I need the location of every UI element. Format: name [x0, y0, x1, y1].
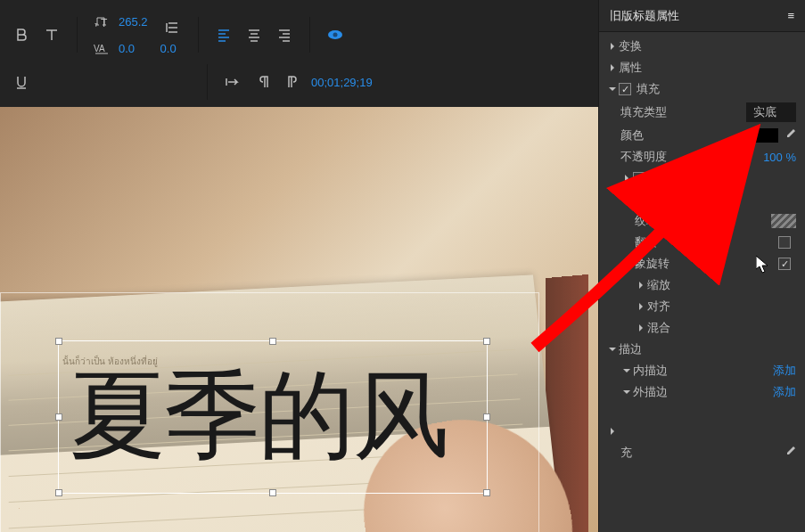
resize-handle[interactable] [483, 489, 490, 496]
align-left-icon[interactable] [211, 22, 236, 47]
chevron-down-icon[interactable] [606, 83, 619, 95]
texture-group[interactable]: 纹理 [599, 189, 805, 210]
flip-row: 翻转 [599, 232, 805, 253]
svg-text:T: T [101, 17, 108, 29]
chevron-down-icon[interactable] [606, 343, 619, 356]
chevron-right-icon[interactable] [606, 61, 619, 74]
color-swatch[interactable] [753, 128, 778, 143]
rotate-row: 象旋转 [599, 253, 805, 274]
svg-point-4 [333, 33, 337, 37]
chevron-down-icon[interactable] [620, 386, 633, 398]
eye-icon[interactable] [323, 22, 348, 47]
align-center-icon[interactable] [242, 22, 267, 47]
chevron-right-icon[interactable] [635, 279, 647, 291]
add-inner-stroke[interactable]: 添加 [773, 363, 796, 379]
chevron-down-icon[interactable] [620, 193, 633, 206]
kerning-icon: VA [90, 36, 115, 61]
panel-menu-icon[interactable]: ≡ [787, 9, 794, 22]
text-tool-icon[interactable] [39, 22, 64, 47]
panel-title: 旧版标题属性 [610, 8, 679, 24]
transform-group[interactable]: 变换 [599, 36, 805, 57]
resize-handle[interactable] [483, 338, 490, 345]
underline-icon[interactable] [9, 70, 34, 94]
fill-type-dropdown[interactable]: 实底 [746, 102, 796, 122]
timecode-value[interactable]: 00;01;29;19 [311, 76, 373, 89]
sheen-group[interactable]: 光泽 [599, 168, 805, 189]
fill-short-row: 充 [599, 442, 805, 463]
texture-swatch[interactable] [771, 214, 796, 228]
properties-group[interactable]: 属性 [599, 57, 805, 78]
reverse-para-icon[interactable] [281, 70, 306, 94]
kerning-value[interactable]: 0.0 [119, 42, 135, 55]
resize-handle[interactable] [483, 413, 490, 421]
resize-handle[interactable] [55, 413, 62, 421]
font-size-icon: тT [90, 9, 115, 34]
resize-handle[interactable] [269, 338, 276, 345]
tab-icon[interactable] [220, 70, 245, 94]
svg-text:т: т [94, 20, 98, 29]
panel-header: 旧版标题属性 ≡ [599, 0, 805, 32]
cursor-icon [756, 256, 770, 274]
svg-text:VA: VA [94, 44, 105, 53]
eyedropper-icon[interactable] [784, 128, 796, 143]
chevron-right-icon[interactable] [606, 425, 619, 438]
color-row: 颜色 [599, 125, 805, 146]
properties-panel: 旧版标题属性 ≡ 变换 属性 填充 填充类型 实底 颜色 [598, 0, 805, 532]
chevron-down-icon[interactable] [620, 364, 633, 377]
chevron-right-icon[interactable] [620, 172, 633, 184]
eyedropper-icon[interactable] [784, 446, 796, 461]
fill-checkbox[interactable] [619, 83, 631, 95]
sheen-checkbox[interactable] [633, 172, 645, 184]
stroke-group[interactable]: 描边 [599, 339, 805, 360]
opacity-row: 不透明度 100 % [599, 146, 805, 168]
inner-stroke-row[interactable]: 内描边 添加 [599, 360, 805, 381]
title-canvas[interactable]: นั้นก็ว่าเป็น ห้องหนึ่งที่อยู่ 夏季的风 [0, 107, 598, 532]
font-size-value[interactable]: 265.2 [119, 15, 148, 29]
rotate-checkbox[interactable] [778, 258, 791, 270]
resize-handle[interactable] [269, 489, 276, 496]
opacity-value[interactable]: 100 % [763, 151, 796, 164]
resize-handle[interactable] [55, 338, 62, 345]
chevron-right-icon[interactable] [606, 40, 619, 53]
add-outer-stroke[interactable]: 添加 [773, 384, 796, 400]
fill-type-row: 填充类型 实底 [599, 100, 805, 125]
leading-icon [160, 15, 185, 40]
resize-handle[interactable] [55, 489, 62, 496]
outer-stroke-row[interactable]: 外描边 添加 [599, 381, 805, 403]
bold-icon[interactable] [9, 22, 34, 47]
align-right-icon[interactable] [272, 22, 297, 47]
scale-group[interactable]: 缩放 [599, 274, 805, 296]
truncated-row[interactable] [599, 421, 805, 442]
texture-checkbox[interactable] [633, 193, 645, 206]
tracking-value[interactable]: 0.0 [160, 42, 177, 55]
texture-swatch-row: 纹理 [599, 210, 805, 232]
text-toolbar: тT 265.2 VA 0.0 0.0 [0, 0, 598, 107]
fill-group[interactable]: 填充 [599, 78, 805, 100]
blend-group[interactable]: 混合 [599, 317, 805, 339]
chevron-right-icon[interactable] [635, 322, 647, 334]
chevron-right-icon[interactable] [635, 300, 647, 313]
text-selection-box[interactable] [58, 340, 488, 494]
para-icon[interactable] [251, 70, 275, 94]
flip-checkbox[interactable] [778, 236, 791, 249]
align-group[interactable]: 对齐 [599, 296, 805, 317]
